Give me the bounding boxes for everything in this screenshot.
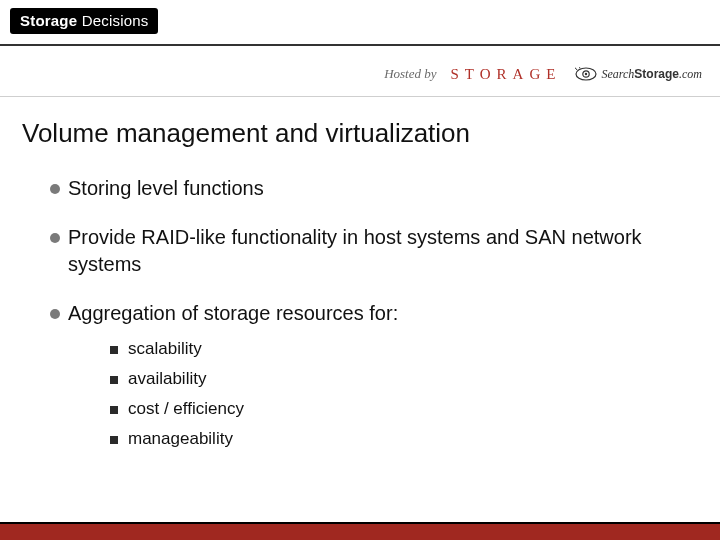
header-divider (0, 44, 720, 46)
bullet-icon (50, 309, 60, 319)
footer-bar (0, 522, 720, 540)
list-item: availability (110, 369, 680, 389)
list-item: manageability (110, 429, 680, 449)
content-area: Storing level functions Provide RAID-lik… (50, 175, 680, 459)
svg-point-2 (585, 73, 587, 75)
list-item: scalability (110, 339, 680, 359)
search-word: Search (601, 67, 634, 81)
bullet-text: Aggregation of storage resources for: (68, 300, 398, 327)
hosted-by-label: Hosted by (384, 66, 436, 82)
brand-badge: Storage Decisions (10, 8, 158, 34)
sub-bullet-text: availability (128, 369, 206, 389)
header-bar: Storage Decisions (0, 0, 720, 44)
brand-word-1: Storage (20, 12, 77, 29)
search-storage-logo: SearchStorage.com (575, 67, 702, 82)
page-title: Volume management and virtualization (22, 118, 470, 149)
hosted-by-row: Hosted by STORAGE SearchStorage.com (0, 54, 720, 94)
square-bullet-icon (110, 406, 118, 414)
square-bullet-icon (110, 376, 118, 384)
sub-bullet-text: scalability (128, 339, 202, 359)
hosted-divider (0, 96, 720, 97)
bullet-icon (50, 233, 60, 243)
sub-bullet-text: cost / efficiency (128, 399, 244, 419)
square-bullet-icon (110, 346, 118, 354)
square-bullet-icon (110, 436, 118, 444)
eye-icon (575, 67, 597, 81)
list-item: cost / efficiency (110, 399, 680, 419)
storage-logo: STORAGE (451, 66, 562, 83)
list-item: Provide RAID-like functionality in host … (50, 224, 680, 278)
sub-list: scalability availability cost / efficien… (110, 339, 680, 449)
storage-word: Storage (634, 67, 679, 81)
list-item: Storing level functions (50, 175, 680, 202)
sub-bullet-text: manageability (128, 429, 233, 449)
bullet-icon (50, 184, 60, 194)
list-item: Aggregation of storage resources for: (50, 300, 680, 327)
bullet-text: Provide RAID-like functionality in host … (68, 224, 680, 278)
dotcom: .com (679, 67, 702, 81)
search-storage-text: SearchStorage.com (601, 67, 702, 82)
bullet-text: Storing level functions (68, 175, 264, 202)
brand-word-2: Decisions (82, 12, 149, 29)
